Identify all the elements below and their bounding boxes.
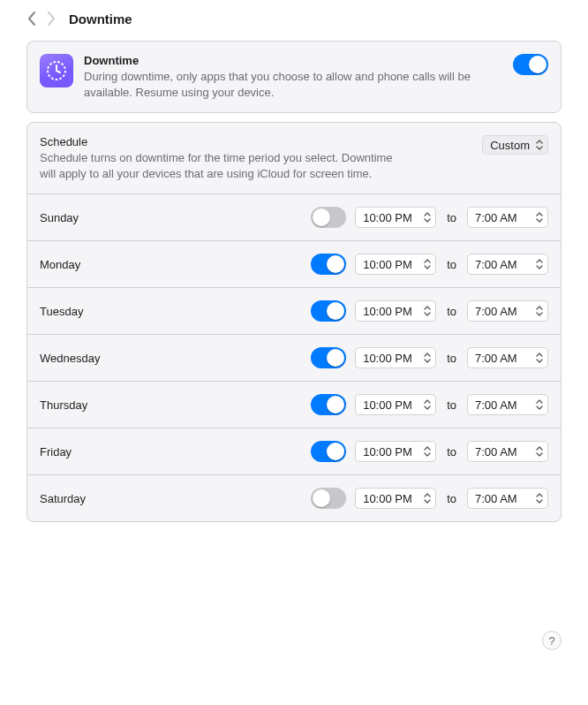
day-toggle[interactable] (311, 207, 346, 228)
schedule-row: Sunday 10:00 PM to 7:00 AM (27, 193, 561, 240)
end-time-value: 7:00 AM (475, 398, 530, 412)
end-time-value: 7:00 AM (475, 258, 530, 271)
day-toggle[interactable] (311, 347, 346, 368)
end-time-stepper[interactable]: 7:00 AM (467, 394, 548, 415)
schedule-row: Wednesday 10:00 PM to 7:00 AM (27, 334, 561, 381)
downtime-card-title: Downtime (84, 54, 502, 67)
help-icon: ? (548, 634, 554, 648)
end-time-value: 7:00 AM (475, 445, 530, 459)
day-label: Saturday (40, 492, 302, 505)
schedule-mode-value: Custom (490, 139, 530, 152)
chevron-up-down-icon (533, 209, 546, 225)
chevron-up-down-icon (421, 303, 433, 319)
chevron-up-down-icon (421, 350, 433, 366)
schedule-row: Saturday 10:00 PM to 7:00 AM (27, 474, 561, 521)
end-time-stepper[interactable]: 7:00 AM (467, 300, 548, 322)
chevron-up-down-icon (533, 137, 546, 153)
schedule-header: Schedule Schedule turns on downtime for … (27, 123, 561, 193)
end-time-stepper[interactable]: 7:00 AM (467, 488, 548, 509)
day-toggle[interactable] (311, 394, 346, 415)
start-time-stepper[interactable]: 10:00 PM (355, 207, 436, 228)
end-time-value: 7:00 AM (475, 352, 530, 365)
chevron-up-down-icon (533, 256, 546, 272)
chevron-up-down-icon (533, 397, 546, 413)
chevron-up-down-icon (421, 256, 433, 272)
start-time-stepper[interactable]: 10:00 PM (355, 488, 436, 509)
start-time-value: 10:00 PM (363, 211, 418, 224)
start-time-stepper[interactable]: 10:00 PM (355, 394, 436, 415)
chevron-up-down-icon (421, 397, 433, 413)
chevron-up-down-icon (421, 209, 433, 225)
end-time-stepper[interactable]: 7:00 AM (467, 441, 548, 462)
day-label: Friday (40, 445, 302, 459)
start-time-value: 10:00 PM (363, 492, 418, 505)
start-time-value: 10:00 PM (363, 305, 418, 318)
day-toggle[interactable] (311, 300, 346, 322)
to-label: to (447, 352, 456, 365)
chevron-up-down-icon (421, 490, 433, 506)
downtime-master-toggle[interactable] (513, 54, 548, 75)
downtime-card: Downtime During downtime, only apps that… (26, 41, 562, 113)
schedule-panel: Schedule Schedule turns on downtime for … (26, 122, 562, 522)
back-button[interactable] (26, 11, 37, 27)
page-title: Downtime (69, 11, 132, 27)
to-label: to (447, 445, 456, 459)
schedule-row: Friday 10:00 PM to 7:00 AM (27, 428, 561, 474)
day-toggle[interactable] (311, 441, 346, 462)
start-time-value: 10:00 PM (363, 445, 418, 459)
start-time-value: 10:00 PM (363, 352, 418, 365)
chevron-up-down-icon (421, 443, 433, 459)
header-bar: Downtime (0, 0, 588, 41)
end-time-value: 7:00 AM (475, 492, 530, 505)
to-label: to (447, 258, 456, 271)
chevron-up-down-icon (533, 303, 546, 319)
to-label: to (447, 398, 456, 412)
forward-button[interactable] (46, 11, 57, 27)
end-time-stepper[interactable]: 7:00 AM (467, 254, 548, 275)
to-label: to (447, 211, 456, 224)
day-toggle[interactable] (311, 488, 346, 509)
day-label: Sunday (40, 211, 302, 224)
start-time-value: 10:00 PM (363, 258, 418, 271)
chevron-up-down-icon (533, 490, 546, 506)
end-time-stepper[interactable]: 7:00 AM (467, 207, 548, 228)
nav-arrows (26, 11, 57, 27)
downtime-card-description: During downtime, only apps that you choo… (84, 69, 502, 100)
day-toggle[interactable] (311, 254, 346, 275)
start-time-stepper[interactable]: 10:00 PM (355, 300, 436, 322)
to-label: to (447, 492, 456, 505)
end-time-value: 7:00 AM (475, 305, 530, 318)
help-button[interactable]: ? (542, 631, 562, 650)
downtime-icon (40, 54, 73, 87)
end-time-stepper[interactable]: 7:00 AM (467, 347, 548, 368)
start-time-stepper[interactable]: 10:00 PM (355, 254, 436, 275)
chevron-up-down-icon (533, 443, 546, 459)
to-label: to (447, 305, 456, 318)
schedule-description: Schedule turns on downtime for the time … (40, 150, 411, 181)
day-label: Thursday (40, 398, 302, 412)
schedule-row: Monday 10:00 PM to 7:00 AM (27, 240, 561, 287)
day-label: Monday (40, 258, 302, 271)
day-label: Tuesday (40, 305, 302, 318)
schedule-mode-dropdown[interactable]: Custom (482, 135, 548, 155)
end-time-value: 7:00 AM (475, 211, 530, 224)
start-time-value: 10:00 PM (363, 398, 418, 412)
day-label: Wednesday (40, 352, 302, 365)
schedule-row: Tuesday 10:00 PM to 7:00 AM (27, 287, 561, 334)
schedule-row: Thursday 10:00 PM to 7:00 AM (27, 381, 561, 428)
start-time-stepper[interactable]: 10:00 PM (355, 441, 436, 462)
chevron-up-down-icon (533, 350, 546, 366)
schedule-title: Schedule (40, 135, 473, 148)
start-time-stepper[interactable]: 10:00 PM (355, 347, 436, 368)
